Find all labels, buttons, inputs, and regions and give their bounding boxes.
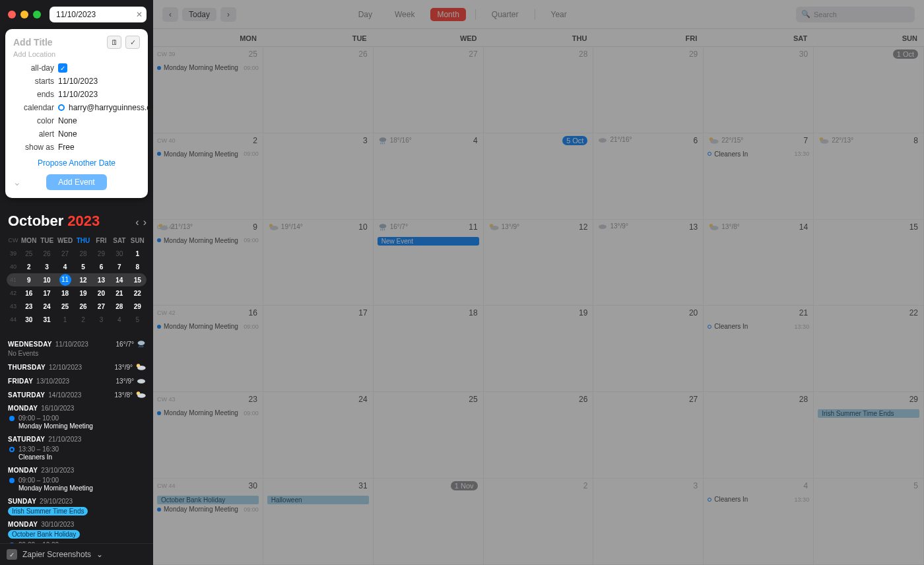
agenda-event[interactable]: 09:00 – 10:00Monday Morning Meeting bbox=[9, 415, 147, 430]
new-event-bar[interactable]: New Event bbox=[378, 237, 479, 246]
day-cell[interactable]: 418°/16° bbox=[374, 133, 484, 219]
calendar-set-selector[interactable]: ✓ Zapier Screenshots ⌄ bbox=[0, 543, 153, 565]
day-event[interactable]: Monday Morning Meeting09:00 bbox=[157, 64, 259, 71]
day-cell[interactable]: 20 bbox=[593, 306, 704, 391]
event-location-input[interactable]: Add Location bbox=[13, 50, 140, 58]
day-cell[interactable]: CW 3925Monday Morning Meeting09:00 bbox=[153, 47, 263, 133]
mini-day[interactable]: 24 bbox=[38, 303, 55, 310]
mini-day[interactable]: 10 bbox=[38, 277, 55, 284]
mini-day[interactable]: 18 bbox=[56, 290, 74, 297]
day-cell[interactable]: 722°/15°Cleaners In13:30 bbox=[704, 133, 814, 219]
day-event[interactable]: Monday Morning Meeting09:00 bbox=[157, 150, 259, 158]
day-cell[interactable]: 15 bbox=[814, 220, 924, 306]
mini-day[interactable]: 3 bbox=[38, 263, 55, 271]
mini-day[interactable]: 26 bbox=[74, 303, 92, 310]
day-cell[interactable]: 31Halloween bbox=[263, 479, 374, 564]
allday-banner[interactable]: Halloween bbox=[267, 496, 369, 504]
allday-banner[interactable]: October Bank Holiday bbox=[157, 496, 259, 504]
mini-prev-month-button[interactable]: ‹ bbox=[135, 216, 139, 228]
day-event[interactable]: Monday Morning Meeting09:00 bbox=[157, 323, 259, 330]
day-cell[interactable]: 26 bbox=[263, 47, 374, 133]
day-event[interactable]: Cleaners In13:30 bbox=[708, 323, 809, 330]
day-cell[interactable]: 21Cleaners In13:30 bbox=[704, 306, 814, 391]
mini-day[interactable]: 21 bbox=[110, 290, 128, 297]
day-cell[interactable]: 28 bbox=[704, 392, 814, 478]
day-event[interactable]: Cleaners In13:30 bbox=[708, 150, 809, 158]
agenda-list[interactable]: WEDNESDAY 11/10/202316°/7° No Events THU… bbox=[0, 330, 153, 543]
mini-day[interactable]: 25 bbox=[20, 250, 38, 257]
mini-day[interactable]: 20 bbox=[92, 290, 110, 297]
day-cell[interactable]: 29 bbox=[593, 47, 704, 133]
mini-day[interactable]: 14 bbox=[110, 277, 128, 284]
day-cell[interactable]: 22 bbox=[814, 306, 924, 391]
day-cell[interactable]: 621°/16° bbox=[593, 133, 704, 219]
mini-day[interactable]: 11 bbox=[56, 274, 74, 286]
day-cell[interactable]: 1313°/9° bbox=[593, 220, 704, 306]
day-cell[interactable]: CW 402Monday Morning Meeting09:00 bbox=[153, 133, 263, 219]
day-cell[interactable]: 1116°/7°New Event bbox=[374, 220, 484, 306]
calendar-set-checkbox[interactable]: ✓ bbox=[7, 549, 17, 560]
propose-another-date-link[interactable]: Propose Another Date bbox=[13, 158, 140, 168]
close-window-button[interactable] bbox=[8, 11, 16, 18]
mini-day[interactable]: 23 bbox=[20, 303, 38, 310]
day-cell[interactable]: 19 bbox=[484, 306, 594, 391]
alert-value[interactable]: None bbox=[58, 129, 157, 139]
day-cell[interactable]: 5 bbox=[814, 479, 924, 564]
mini-day[interactable]: 27 bbox=[92, 303, 110, 310]
view-day-tab[interactable]: Day bbox=[352, 8, 379, 21]
allday-checkbox[interactable]: ✓ bbox=[58, 63, 67, 73]
agenda-allday-pill[interactable]: Irish Summer Time Ends bbox=[8, 507, 88, 515]
prev-period-button[interactable]: ‹ bbox=[162, 7, 178, 22]
day-cell[interactable]: 29Irish Summer Time Ends bbox=[814, 392, 924, 478]
day-cell[interactable]: 25 bbox=[374, 392, 484, 478]
ends-value[interactable]: 11/10/2023 bbox=[58, 90, 157, 99]
day-cell[interactable]: 26 bbox=[484, 392, 594, 478]
mini-day[interactable]: 19 bbox=[74, 290, 92, 297]
day-event[interactable]: Monday Morning Meeting09:00 bbox=[157, 506, 259, 513]
starts-value[interactable]: 11/10/2023 bbox=[58, 77, 157, 86]
mini-day[interactable]: 4 bbox=[110, 316, 128, 323]
view-quarter-tab[interactable]: Quarter bbox=[485, 8, 525, 21]
mini-day[interactable]: 29 bbox=[92, 250, 110, 257]
mini-day[interactable]: 17 bbox=[38, 290, 55, 297]
mini-calendar[interactable]: CWMONTUEWEDTHUFRISATSUN39252627282930140… bbox=[0, 231, 153, 330]
agenda-event[interactable]: 09:00 – 10:00Monday Morning Meeting bbox=[9, 477, 147, 492]
mini-day[interactable]: 25 bbox=[56, 303, 74, 310]
mini-day[interactable]: 27 bbox=[56, 250, 74, 257]
mini-day[interactable]: 5 bbox=[74, 263, 92, 271]
mini-day[interactable]: 2 bbox=[20, 263, 38, 271]
day-cell[interactable]: CW 4430October Bank HolidayMonday Mornin… bbox=[153, 479, 263, 564]
color-value[interactable]: None bbox=[58, 116, 157, 125]
day-cell[interactable]: CW 4216Monday Morning Meeting09:00 bbox=[153, 306, 263, 391]
mini-day[interactable]: 5 bbox=[129, 316, 147, 323]
mini-day[interactable]: 8 bbox=[129, 263, 147, 271]
view-year-tab[interactable]: Year bbox=[544, 8, 574, 21]
mini-day[interactable]: 6 bbox=[92, 263, 110, 271]
mini-day[interactable]: 30 bbox=[20, 316, 38, 323]
mini-day[interactable]: 2 bbox=[74, 316, 92, 323]
day-cell[interactable]: 1413°/8° bbox=[704, 220, 814, 306]
day-event[interactable]: Cleaners In13:30 bbox=[708, 496, 809, 503]
view-week-tab[interactable]: Week bbox=[388, 8, 421, 21]
mini-day[interactable]: 16 bbox=[20, 290, 38, 297]
mini-day[interactable]: 26 bbox=[38, 250, 55, 257]
minimize-window-button[interactable] bbox=[20, 11, 28, 18]
next-period-button[interactable]: › bbox=[220, 7, 236, 22]
day-cell[interactable]: 4Cleaners In13:30 bbox=[704, 479, 814, 564]
expand-popover-icon[interactable]: ⌄ bbox=[13, 177, 21, 187]
mini-day[interactable]: 1 bbox=[129, 250, 147, 257]
day-cell[interactable]: 1 Nov bbox=[374, 479, 484, 564]
mini-day[interactable]: 7 bbox=[110, 263, 128, 271]
mini-day[interactable]: 31 bbox=[38, 316, 55, 323]
mini-day[interactable]: 29 bbox=[129, 303, 147, 310]
day-cell[interactable]: 30 bbox=[704, 47, 814, 133]
day-cell[interactable]: 822°/13° bbox=[814, 133, 924, 219]
day-cell[interactable]: 18 bbox=[374, 306, 484, 391]
zoom-window-button[interactable] bbox=[33, 11, 41, 18]
day-event[interactable]: Monday Morning Meeting09:00 bbox=[157, 237, 259, 244]
mini-day[interactable]: 9 bbox=[20, 277, 38, 284]
event-title-input[interactable]: Add Title bbox=[13, 37, 103, 48]
mini-day[interactable]: 13 bbox=[92, 277, 110, 284]
day-cell[interactable]: 2 bbox=[484, 479, 594, 564]
mini-next-month-button[interactable]: › bbox=[143, 216, 147, 228]
